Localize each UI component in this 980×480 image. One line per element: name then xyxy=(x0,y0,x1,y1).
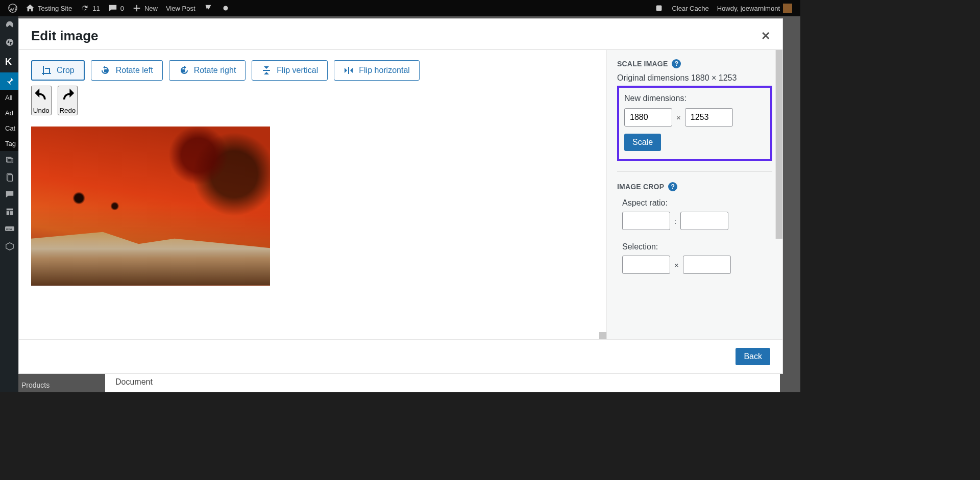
howdy-label: Howdy, joewarnimont xyxy=(717,5,780,12)
crop-button[interactable]: Crop xyxy=(31,60,85,81)
meta-pane: SCALE IMAGE ? Original dimensions 1880 ×… xyxy=(606,50,782,339)
new-label: New xyxy=(144,5,158,12)
sidebar-pages[interactable] xyxy=(0,168,18,186)
aspect-ratio-row: : xyxy=(622,212,767,230)
sidebar-products[interactable] xyxy=(0,238,18,255)
scale-heading: SCALE IMAGE ? xyxy=(617,59,772,68)
wp-admin-bar: Testing Site 11 0 New View Post Clear Ca… xyxy=(0,0,800,16)
image-preview[interactable] xyxy=(31,127,270,286)
svg-rect-2 xyxy=(656,6,662,11)
edit-image-modal: Edit image ✕ Crop Rotate left Rotate rig… xyxy=(18,18,783,374)
selection-height-input[interactable] xyxy=(683,256,731,274)
flip-vertical-label: Flip vertical xyxy=(277,66,318,75)
circle-icon xyxy=(221,4,230,13)
woo-icon: woo xyxy=(5,224,14,234)
undo-button[interactable]: Undo xyxy=(31,86,52,115)
sidebar-dashboard[interactable] xyxy=(0,16,18,34)
sidebar-k[interactable]: K xyxy=(0,51,18,72)
flip-horizontal-label: Flip horizontal xyxy=(359,66,410,75)
new-width-input[interactable] xyxy=(624,108,672,127)
sidebar-sub-tag[interactable]: Tag xyxy=(0,136,18,151)
comments-count: 0 xyxy=(120,5,124,12)
new-dimensions-row: × xyxy=(624,108,765,127)
new-dimensions-label: New dimensions: xyxy=(624,94,687,103)
svg-text:woo: woo xyxy=(6,228,12,231)
rotate-right-icon xyxy=(179,65,189,75)
close-button[interactable]: ✕ xyxy=(761,30,770,43)
updates-count: 11 xyxy=(92,5,100,12)
help-icon[interactable]: ? xyxy=(668,182,677,191)
new-height-input[interactable] xyxy=(685,108,733,127)
flip-vertical-button[interactable]: Flip vertical xyxy=(252,60,328,81)
updates-link[interactable]: 11 xyxy=(76,0,104,16)
wordpress-icon xyxy=(8,4,17,13)
pages-icon xyxy=(5,172,14,182)
aspect-height-input[interactable] xyxy=(680,212,728,230)
svg-rect-7 xyxy=(7,211,9,215)
scale-highlight-box: New dimensions: × Scale xyxy=(617,86,772,161)
sidebar-posts[interactable] xyxy=(0,72,18,90)
comment-icon xyxy=(108,4,117,13)
editor-scrollbar[interactable] xyxy=(599,332,606,339)
comments-link[interactable]: 0 xyxy=(104,0,128,16)
modal-body: Crop Rotate left Rotate right Flip verti… xyxy=(19,49,782,339)
selection-box: Selection: × xyxy=(617,240,772,282)
sidebar-media[interactable] xyxy=(0,151,18,168)
home-icon xyxy=(26,4,35,13)
clear-cache-link[interactable]: Clear Cache xyxy=(668,0,713,16)
help-icon[interactable]: ? xyxy=(672,59,681,68)
modal-header: Edit image ✕ xyxy=(19,19,782,49)
dashboard-icon xyxy=(5,20,14,30)
yoast-icon xyxy=(204,4,213,13)
flip-horizontal-button[interactable]: Flip horizontal xyxy=(334,60,420,81)
document-tab[interactable]: Document xyxy=(105,372,780,392)
sidebar-sub-all[interactable]: All xyxy=(0,90,18,105)
scale-button[interactable]: Scale xyxy=(624,134,661,151)
selection-label: Selection: xyxy=(622,242,658,251)
aspect-ratio-label: Aspect ratio: xyxy=(622,198,668,207)
view-post-link[interactable]: View Post xyxy=(162,0,200,16)
meta-scrollbar[interactable] xyxy=(775,50,782,239)
new-link[interactable]: New xyxy=(128,0,162,16)
rotate-right-button[interactable]: Rotate right xyxy=(169,60,246,81)
back-button[interactable]: Back xyxy=(736,348,770,365)
sidebar-sub-cat[interactable]: Cat xyxy=(0,120,18,136)
notification-icon xyxy=(654,4,664,13)
svg-rect-5 xyxy=(8,175,12,182)
document-tab-label: Document xyxy=(115,377,153,387)
plus-icon xyxy=(132,4,141,13)
refresh-icon xyxy=(80,4,89,13)
selection-row: × xyxy=(622,256,767,274)
sidebar-templates[interactable] xyxy=(0,203,18,220)
notifications-link[interactable] xyxy=(650,0,668,16)
divider xyxy=(617,171,772,172)
selection-width-input[interactable] xyxy=(622,256,670,274)
status-dot[interactable] xyxy=(217,0,234,16)
yoast-link[interactable] xyxy=(200,0,217,16)
wp-left-sidebar: K All Ad Cat Tag woo xyxy=(0,16,18,392)
site-name-text: Testing Site xyxy=(38,5,72,12)
scale-button-label: Scale xyxy=(632,138,653,146)
wp-logo[interactable] xyxy=(4,0,21,16)
times-symbol: × xyxy=(674,261,679,269)
view-post-label: View Post xyxy=(166,5,195,12)
crop-icon xyxy=(41,65,52,75)
redo-button[interactable]: Redo xyxy=(58,86,78,115)
sidebar-jetpack[interactable] xyxy=(0,34,18,51)
howdy-link[interactable]: Howdy, joewarnimont xyxy=(713,0,796,16)
pin-icon xyxy=(5,77,14,86)
sidebar-comments[interactable] xyxy=(0,186,18,203)
aspect-width-input[interactable] xyxy=(622,212,670,230)
modal-title: Edit image xyxy=(31,28,98,44)
back-button-label: Back xyxy=(744,352,762,361)
sidebar-woo[interactable]: woo xyxy=(0,220,18,238)
crop-label: Crop xyxy=(57,66,75,75)
products-icon xyxy=(5,242,14,251)
sidebar-sub-add[interactable]: Ad xyxy=(0,105,18,120)
site-name-link[interactable]: Testing Site xyxy=(21,0,76,16)
flip-horizontal-icon xyxy=(344,65,354,75)
times-symbol: × xyxy=(676,113,681,122)
crop-heading: IMAGE CROP ? xyxy=(617,182,772,191)
rotate-left-icon xyxy=(101,65,111,75)
rotate-left-button[interactable]: Rotate left xyxy=(91,60,163,81)
